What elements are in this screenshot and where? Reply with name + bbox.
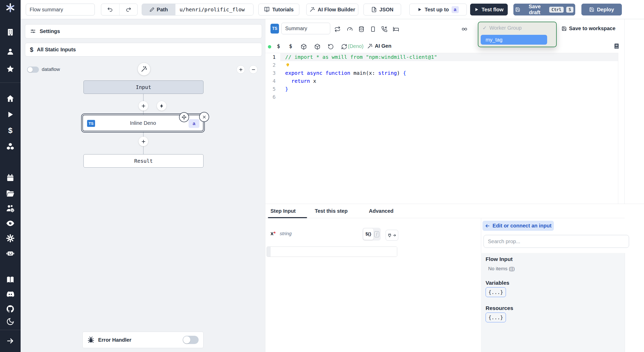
- worker-group-option-my-tag[interactable]: my_tag: [481, 35, 547, 45]
- sidebar-item-favorites[interactable]: [0, 63, 21, 75]
- play-icon: [417, 7, 422, 12]
- reload-lsp-button[interactable]: [341, 44, 347, 50]
- sidebar-item-runs[interactable]: [0, 109, 21, 120]
- plus-icon: [239, 67, 243, 72]
- sidebar-item-audit[interactable]: [0, 218, 21, 229]
- tab-advanced[interactable]: Advanced: [369, 204, 394, 218]
- sidebar-expand-button[interactable]: [0, 335, 21, 347]
- dollar-icon: $: [8, 127, 13, 134]
- script-library-button[interactable]: [614, 43, 620, 49]
- tab-test-this-step[interactable]: Test this step: [315, 204, 348, 218]
- resources-object-chip[interactable]: {...}: [486, 313, 506, 322]
- input-node-label: Input: [136, 84, 151, 90]
- github-icon: [6, 305, 15, 313]
- edit-or-connect-button[interactable]: Edit or connect an input: [482, 221, 554, 231]
- undo-button[interactable]: [101, 6, 119, 13]
- plug-icon: [387, 233, 392, 238]
- sidebar-item-schedules[interactable]: [0, 172, 21, 184]
- javascript-mode-button[interactable]: f: [374, 231, 380, 237]
- language-hint: (Deno): [348, 43, 363, 49]
- early-stop-button[interactable]: [370, 26, 376, 32]
- sidebar-item-resources[interactable]: [0, 141, 21, 152]
- line-content: // import * as wmill from "npm:windmill-…: [280, 53, 618, 61]
- json-button[interactable]: JSON: [363, 4, 401, 15]
- add-step-button-top[interactable]: [139, 101, 148, 111]
- sidebar-item-groups[interactable]: [0, 203, 21, 214]
- add-trigger-button[interactable]: [157, 101, 166, 111]
- sidebar-item-ai[interactable]: [0, 248, 21, 259]
- sidebar-item-variables[interactable]: $: [0, 125, 21, 136]
- line-content: return x: [280, 77, 618, 85]
- sidebar-item-settings[interactable]: [0, 233, 21, 244]
- add-step-button-bottom[interactable]: [139, 137, 148, 146]
- suspend-button[interactable]: [381, 26, 387, 32]
- flow-summary-input[interactable]: [26, 4, 95, 15]
- ai-flow-builder-button[interactable]: AI Flow Builder: [306, 4, 358, 15]
- field-value-input[interactable]: [270, 247, 397, 257]
- sleep-button[interactable]: [393, 26, 399, 32]
- cache-button[interactable]: [358, 26, 365, 32]
- all-static-inputs-card[interactable]: $ All Static Inputs: [25, 43, 262, 56]
- arrow-right-icon: [6, 337, 14, 345]
- variables-object-chip[interactable]: {...}: [486, 287, 506, 297]
- ai-wand-button[interactable]: [138, 63, 150, 76]
- variable-picker-button[interactable]: $: [289, 43, 292, 49]
- flow-node-result[interactable]: Result: [83, 154, 204, 168]
- save-to-workspace-button[interactable]: Save to workspace: [562, 26, 615, 31]
- user-icon: [6, 47, 14, 56]
- dataflow-toggle[interactable]: [27, 67, 39, 73]
- sidebar-item-theme[interactable]: [0, 316, 21, 327]
- static-inputs-button[interactable]: $: [277, 43, 280, 49]
- field-type: string: [280, 231, 292, 236]
- flow-node-input[interactable]: Input: [83, 80, 204, 94]
- play-icon: [474, 7, 479, 12]
- tab-step-input[interactable]: Step Input: [270, 204, 296, 218]
- ai-gen-button[interactable]: AI Gen: [367, 43, 391, 49]
- sidebar-item-discord[interactable]: [0, 289, 21, 300]
- delete-step-button[interactable]: [199, 112, 209, 122]
- template-mode-button[interactable]: ${}: [363, 228, 374, 240]
- input-drag-handle[interactable]: [267, 247, 270, 257]
- error-handler-toggle[interactable]: [183, 336, 199, 344]
- reset-code-button[interactable]: [328, 44, 334, 50]
- sidebar-item-user[interactable]: [0, 46, 21, 57]
- sidebar-item-folders[interactable]: [0, 188, 21, 199]
- sidebar-item-docs[interactable]: [0, 274, 21, 285]
- move-step-handle[interactable]: [179, 112, 189, 122]
- mock-button[interactable]: [461, 26, 468, 32]
- resource-type-button[interactable]: [314, 44, 320, 50]
- sidebar-item-logo[interactable]: [0, 2, 21, 13]
- path-button[interactable]: Path: [142, 4, 175, 15]
- sidebar-divider-bottom: [0, 330, 21, 330]
- settings-card[interactable]: Settings: [25, 24, 262, 38]
- deploy-button[interactable]: Deploy: [581, 4, 622, 15]
- sidebar-item-workspace[interactable]: [0, 27, 21, 38]
- step-summary-input[interactable]: [281, 23, 330, 34]
- search-prop-input[interactable]: [484, 235, 629, 248]
- result-node-label: Result: [134, 158, 153, 164]
- toggle-knob: [28, 67, 33, 72]
- editor-scrollbar-track[interactable]: [618, 53, 618, 204]
- redo-button[interactable]: [119, 4, 138, 15]
- test-up-to-button[interactable]: Test up to a: [409, 4, 467, 15]
- path-input[interactable]: [175, 4, 253, 15]
- resource-picker-button[interactable]: [301, 44, 307, 50]
- lightbulb-icon[interactable]: [285, 63, 290, 68]
- lsp-status-dot: [268, 45, 271, 48]
- wand-icon: [141, 66, 147, 72]
- path-group: Path: [142, 4, 253, 15]
- concurrency-limit-button[interactable]: [347, 26, 353, 32]
- retry-settings-button[interactable]: [334, 26, 341, 32]
- sidebar-item-home[interactable]: [0, 93, 21, 104]
- test-flow-button[interactable]: Test flow: [470, 4, 508, 15]
- zoom-in-button[interactable]: [236, 65, 245, 74]
- save-draft-button[interactable]: Save draft Ctrl S: [513, 4, 575, 15]
- worker-group-option[interactable]: ✓ Worker Group: [482, 25, 522, 31]
- sidebar-item-github[interactable]: [0, 303, 21, 315]
- worker-group-dropdown[interactable]: ✓ Worker Group my_tag: [478, 22, 557, 47]
- code-area[interactable]: 1 // import * as wmill from "npm:windmil…: [265, 53, 618, 101]
- error-handler-card[interactable]: Error Handler: [82, 332, 204, 348]
- zoom-out-button[interactable]: [249, 65, 258, 74]
- tutorials-button[interactable]: Tutorials: [258, 4, 299, 15]
- connect-input-button[interactable]: [386, 230, 398, 241]
